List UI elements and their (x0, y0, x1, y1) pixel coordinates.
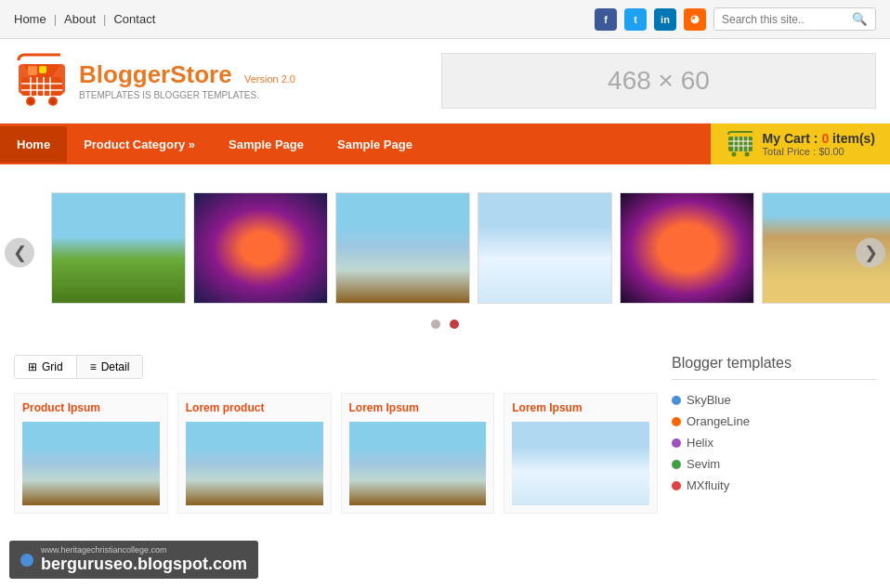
main-content: ⊞ Grid ≡ Detail Product Ipsum Lorem prod… (14, 355, 658, 514)
sidebar-dot-4 (672, 460, 681, 469)
svg-point-22 (731, 152, 736, 157)
cart-widget[interactable]: My Cart : 0 item(s) Total Price : $0.00 (711, 124, 890, 164)
cart-total: Total Price : $0.00 (763, 146, 875, 157)
cart-info: My Cart : 0 item(s) Total Price : $0.00 (763, 131, 875, 157)
sidebar-link-orangeline[interactable]: OrangeLine (672, 411, 876, 432)
product-card-4: Lorem Ipsum (504, 393, 658, 514)
top-nav: Home | About | Contact (14, 12, 155, 26)
rss-icon[interactable]: ◕ (684, 8, 706, 31)
slides-wrapper (51, 192, 839, 304)
logo-accent-text: Store (170, 60, 231, 88)
sidebar-dot-1 (672, 396, 681, 405)
twitter-icon[interactable]: t (624, 8, 647, 31)
sidebar-link-sevim[interactable]: Sevim (672, 453, 876, 475)
product-title-1: Product Ipsum (22, 401, 160, 414)
nav-home[interactable]: Home (14, 12, 46, 26)
cart-icon (726, 129, 755, 159)
slide-next-button[interactable]: ❯ (856, 238, 885, 268)
detail-view-button[interactable]: ≡ Detail (77, 356, 143, 378)
nav-about[interactable]: About (64, 12, 96, 26)
linkedin-icon[interactable]: in (654, 8, 676, 31)
sidebar-dot-5 (672, 481, 681, 490)
logo-sub: BTEMPLATES IS BLOGGER TEMPLATES. (79, 90, 295, 101)
header: BloggerStore Version 2.0 BTEMPLATES IS B… (0, 39, 890, 124)
dot-2[interactable] (450, 320, 459, 329)
sidebar-label-3: Helix (687, 436, 713, 450)
logo-main-text: Blogger (79, 60, 170, 88)
svg-rect-13 (28, 66, 37, 75)
search-button[interactable]: 🔍 (844, 8, 875, 30)
ad-banner: 468 × 60 (441, 53, 876, 109)
dot-1[interactable] (431, 320, 440, 329)
nav-item-product-category[interactable]: Product Category » (67, 126, 212, 163)
sidebar-label-1: SkyBlue (687, 393, 731, 407)
product-image-1 (22, 422, 160, 505)
svg-point-12 (50, 98, 56, 104)
sidebar: Blogger templates SkyBlue OrangeLine Hel… (672, 355, 876, 514)
product-image-3 (349, 422, 487, 505)
svg-rect-15 (728, 137, 753, 151)
products-grid: Product Ipsum Lorem product Lorem Ipsum … (14, 393, 658, 514)
detail-icon: ≡ (90, 360, 97, 373)
sidebar-dot-3 (672, 438, 681, 448)
cart-total-value: $0.00 (818, 146, 844, 157)
slide-item-2 (193, 192, 328, 304)
product-title-2: Lorem product (186, 401, 323, 414)
cart-label: My Cart : (763, 131, 818, 146)
search-box: 🔍 (713, 7, 876, 31)
product-title-4: Lorem Ipsum (512, 401, 649, 414)
nav-sep-1: | (54, 12, 57, 26)
navbar: Home Product Category » Sample Page Samp… (0, 124, 890, 164)
product-title-3: Lorem Ipsum (349, 401, 487, 414)
product-image-2 (186, 422, 323, 505)
sidebar-label-5: MXfluity (687, 478, 729, 492)
slide-item-4 (478, 192, 612, 304)
product-card-2: Lorem product (177, 393, 332, 514)
svg-point-10 (28, 98, 33, 104)
sidebar-link-helix[interactable]: Helix (672, 432, 876, 453)
svg-point-23 (744, 152, 749, 157)
logo-area: BloggerStore Version 2.0 BTEMPLATES IS B… (14, 53, 295, 109)
grid-label: Grid (42, 360, 63, 373)
detail-label: Detail (101, 360, 130, 373)
slideshow-section: ❮ ❯ (0, 164, 890, 341)
product-card-1: Product Ipsum (14, 393, 168, 514)
slide-prev-button[interactable]: ❮ (5, 238, 34, 268)
nav-item-sample1[interactable]: Sample Page (212, 126, 321, 163)
cart-unit: item(s) (832, 131, 875, 146)
sidebar-link-skyblue[interactable]: SkyBlue (672, 389, 876, 411)
svg-rect-2 (21, 77, 62, 96)
slide-item-3 (335, 192, 470, 304)
social-search-area: f t in ◕ 🔍 (595, 7, 876, 31)
logo-name: BloggerStore Version 2.0 (79, 60, 295, 89)
sidebar-title: Blogger templates (672, 355, 876, 380)
cart-count: 0 (821, 131, 829, 146)
logo-version: Version 2.0 (244, 73, 295, 85)
product-card-3: Lorem Ipsum (341, 393, 495, 514)
grid-icon: ⊞ (28, 360, 37, 373)
top-bar: Home | About | Contact f t in ◕ 🔍 (0, 0, 890, 39)
sidebar-label-4: Sevim (687, 457, 720, 471)
nav-contact[interactable]: Contact (113, 12, 155, 26)
slide-item-5 (620, 192, 754, 304)
content-section: ⊞ Grid ≡ Detail Product Ipsum Lorem prod… (0, 341, 890, 528)
nav-sep-2: | (103, 12, 106, 26)
sidebar-dot-2 (672, 417, 681, 426)
svg-rect-14 (39, 66, 46, 73)
cart-title: My Cart : 0 item(s) (763, 131, 875, 146)
sidebar-link-mxfluity[interactable]: MXfluity (672, 475, 876, 496)
search-input[interactable] (714, 9, 844, 30)
logo-icon (14, 53, 70, 109)
logo-text: BloggerStore Version 2.0 BTEMPLATES IS B… (79, 60, 295, 100)
slide-item-1 (51, 192, 186, 304)
product-image-4 (512, 422, 649, 505)
slide-dots (14, 318, 876, 332)
sidebar-label-2: OrangeLine (687, 414, 750, 428)
grid-view-button[interactable]: ⊞ Grid (15, 356, 77, 378)
nav-item-home[interactable]: Home (0, 126, 67, 163)
nav-item-sample2[interactable]: Sample Page (321, 126, 429, 163)
facebook-icon[interactable]: f (595, 8, 617, 31)
view-toggle: ⊞ Grid ≡ Detail (14, 355, 143, 379)
cart-total-label: Total Price : (763, 146, 816, 157)
